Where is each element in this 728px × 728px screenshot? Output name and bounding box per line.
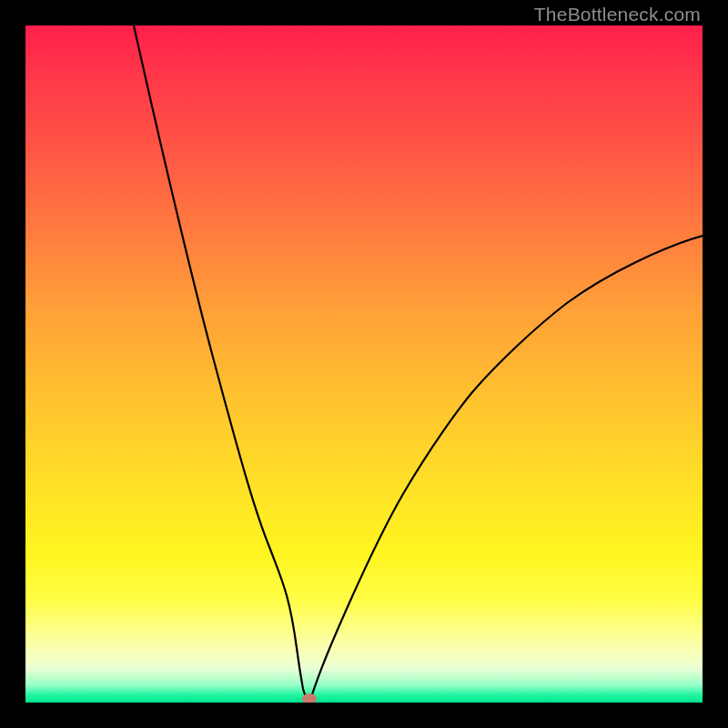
curve-layer bbox=[25, 25, 703, 703]
bottleneck-curve bbox=[134, 25, 703, 703]
watermark-text: TheBottleneck.com bbox=[534, 4, 701, 25]
chart-frame: TheBottleneck.com bbox=[0, 0, 728, 728]
plot-area bbox=[25, 25, 703, 703]
